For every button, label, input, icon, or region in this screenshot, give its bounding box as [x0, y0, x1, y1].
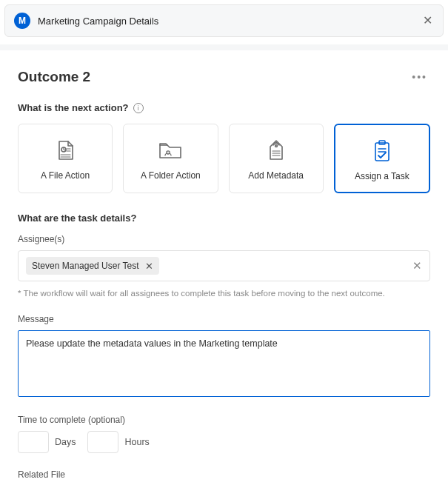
page-title: Outcome 2 [18, 69, 90, 85]
time-label: Time to complete (optional) [18, 415, 430, 425]
assignee-chip: Steven Managed User Test ✕ [26, 257, 159, 275]
action-file-label: A File Action [23, 170, 107, 181]
action-folder[interactable]: A Folder Action [123, 124, 218, 193]
next-action-label: What is the next action? i [18, 102, 430, 113]
action-grid: A File Action A Folder Action [18, 124, 430, 193]
more-options-icon[interactable]: ••• [409, 68, 430, 86]
workflow-title: Marketing Campaign Details [38, 16, 414, 27]
days-unit: Days [55, 437, 76, 447]
hours-input[interactable] [87, 431, 118, 453]
assignee-note: * The workflow will wait for all assigne… [18, 287, 430, 299]
action-metadata[interactable]: Add Metadata [229, 124, 324, 193]
clipboard-check-icon [340, 138, 424, 164]
assignee-label: Assignee(s) [18, 234, 430, 244]
action-folder-label: A Folder Action [128, 170, 213, 181]
tag-icon [234, 138, 318, 163]
action-assign-task[interactable]: Assign a Task [334, 124, 430, 193]
next-action-text: What is the next action? [18, 102, 129, 113]
clear-assignees-icon[interactable]: ✕ [412, 259, 422, 272]
action-file[interactable]: A File Action [18, 124, 113, 193]
svg-point-2 [275, 145, 277, 147]
assignee-input[interactable]: Steven Managed User Test ✕ ✕ [18, 250, 430, 281]
file-icon [23, 138, 107, 163]
message-input[interactable] [18, 330, 430, 397]
action-task-label: Assign a Task [340, 171, 424, 181]
task-details-label: What are the task details? [18, 213, 430, 224]
action-metadata-label: Add Metadata [234, 170, 318, 181]
related-file-label: Related File [18, 469, 430, 480]
close-icon[interactable]: ✕ [421, 15, 434, 27]
chip-remove-icon[interactable]: ✕ [145, 261, 153, 271]
hours-unit: Hours [124, 437, 149, 447]
workflow-avatar: M [14, 13, 30, 29]
task-details-text: What are the task details? [18, 213, 136, 224]
top-banner: M Marketing Campaign Details ✕ [4, 4, 444, 37]
assignee-chip-name: Steven Managed User Test [32, 261, 139, 271]
separator-strip [0, 44, 448, 50]
outcome-panel: Outcome 2 ••• What is the next action? i… [0, 50, 448, 485]
message-label: Message [18, 314, 430, 324]
days-input[interactable] [18, 431, 49, 453]
time-row: Days Hours [18, 431, 430, 453]
info-icon[interactable]: i [133, 103, 144, 113]
folder-icon [128, 138, 213, 163]
